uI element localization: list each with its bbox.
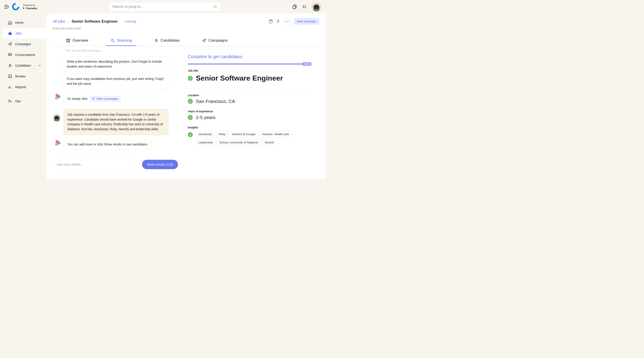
progress-bar: 100% — [188, 63, 311, 65]
sidebar-divider — [4, 94, 43, 94]
years-row: 2-5 years — [188, 115, 311, 120]
tag-chip[interactable]: Ruby — [216, 131, 228, 137]
location-label: Location — [188, 94, 311, 97]
location-row: San Francisco, CA — [188, 99, 311, 104]
detail-column: Complete to get candidates 100% Job titl… — [185, 46, 319, 175]
sidebar-item-conversations[interactable]: Conversations — [3, 50, 46, 60]
ai-avatar-icon — [54, 140, 61, 146]
svg-rect-7 — [8, 54, 12, 56]
topbar-right — [292, 2, 321, 12]
new-campaign-button[interactable]: New campaign — [294, 18, 319, 25]
user-avatar[interactable] — [312, 2, 321, 12]
tag-chip[interactable]: Leadership — [196, 139, 215, 146]
job-title-label: Job title — [188, 69, 311, 72]
chat-scroll: You can do this in 3 ways: Write a few s… — [53, 49, 178, 158]
slash-shortcut: / — [213, 5, 217, 9]
user-message-row: Job requires a candidate from San Franci… — [53, 107, 178, 137]
sidebar: Home Jobs Campaigns Conversations Candid… — [0, 14, 46, 179]
add-tag-button[interactable]: + Add tag — [124, 20, 136, 23]
job-title-row: Senior Software Engineer — [188, 74, 311, 82]
sidebar-item-campaigns[interactable]: Campaigns — [3, 39, 46, 49]
search-input[interactable]: Search or jump to... / — [109, 2, 221, 11]
show-results-button[interactable]: Show results (123) — [142, 160, 178, 169]
sidebar-item-jobs[interactable]: Jobs — [3, 28, 46, 39]
copy-icon[interactable] — [292, 5, 297, 9]
insights-label: Insights — [188, 126, 311, 129]
link-icon[interactable] — [276, 19, 280, 24]
tag-chip[interactable]: JavaScript — [196, 131, 214, 137]
search-icon — [111, 39, 115, 43]
divider — [188, 88, 311, 88]
tab-candidates[interactable]: Candidates — [150, 36, 184, 46]
sidebar-item-home[interactable]: Home — [3, 18, 46, 28]
svg-rect-6 — [10, 32, 11, 33]
person-icon — [154, 39, 158, 43]
ai-message-4: You can add more or click Show results t… — [64, 139, 151, 150]
check-icon — [188, 132, 193, 137]
clipboard-check-icon — [8, 74, 12, 78]
tag-chip[interactable]: Industry: Health care — [260, 131, 292, 137]
ai-message-1: Write a few sentences describing the pos… — [63, 56, 168, 72]
bar-chart-icon — [8, 85, 12, 89]
tag-chip[interactable]: Worked at Google — [230, 131, 258, 137]
years-value: 2-5 years — [196, 115, 216, 120]
home-icon — [8, 21, 12, 25]
svg-point-17 — [285, 21, 286, 22]
logo-icon[interactable] — [10, 2, 20, 12]
grid-icon — [66, 39, 70, 43]
breadcrumb-current: Senior Software Engineer — [72, 19, 118, 24]
topbar: Powered by Teamable Search or jump to...… — [0, 0, 326, 14]
search-wrap: Search or jump to... / — [37, 2, 292, 11]
main-panel: All jobs › Senior Software Engineer + Ad… — [46, 14, 326, 179]
tag-chip[interactable]: School: University of Alabama — [217, 139, 260, 146]
header-actions: New campaign — [269, 18, 319, 25]
svg-point-24 — [111, 39, 114, 41]
content-row: You can do this in 3 ways: Write a few s… — [53, 46, 319, 175]
svg-rect-21 — [69, 39, 70, 40]
filter-candidates-button[interactable]: Filter Candidates — [90, 96, 120, 102]
tabs: Overview Sourcing Candidates Campaigns — [53, 36, 319, 46]
collapse-sidebar-icon[interactable] — [4, 5, 9, 9]
send-icon — [202, 39, 206, 43]
sidebar-item-candidates[interactable]: Candidates — [3, 60, 46, 71]
svg-point-10 — [9, 100, 10, 101]
briefcase-icon — [8, 31, 12, 35]
insights-tags: JavaScript Ruby Worked at Google Industr… — [196, 131, 311, 146]
powered-by-block: Powered by Teamable — [22, 4, 37, 10]
tab-campaigns[interactable]: Campaigns — [198, 36, 232, 46]
chat-faded-text: You can do this in 3 ways: — [53, 49, 178, 55]
tab-sourcing[interactable]: Sourcing — [106, 36, 136, 46]
svg-point-16 — [278, 21, 279, 22]
teamable-icon — [22, 7, 25, 10]
years-label: Years of experience — [188, 110, 311, 113]
breadcrumb-root[interactable]: All jobs — [53, 19, 65, 24]
check-icon — [188, 99, 193, 104]
svg-point-25 — [156, 39, 157, 41]
people-gear-icon — [8, 99, 12, 103]
svg-rect-5 — [8, 33, 12, 35]
chevron-down-icon — [38, 64, 41, 67]
sidebar-item-review[interactable]: Review — [3, 71, 46, 82]
location-value: San Francisco, CA — [196, 99, 235, 104]
powered-by-label: Powered by — [23, 4, 37, 7]
ai-message-4-row: You can add more or click Show results t… — [53, 137, 178, 152]
sidebar-item-reports[interactable]: Reports — [3, 82, 46, 92]
job-notes-input[interactable]: Enter job notes here — [53, 27, 319, 30]
more-menu-button[interactable] — [284, 18, 290, 25]
chat-input[interactable]: Add more details... — [53, 160, 140, 169]
layout: Home Jobs Campaigns Conversations Candid… — [0, 14, 326, 179]
topbar-left: Powered by Teamable — [4, 3, 37, 10]
tab-overview[interactable]: Overview — [62, 36, 93, 46]
ai-message-3: Or simply click Filter Candidates — [64, 93, 124, 105]
check-icon — [188, 115, 193, 120]
tag-chip[interactable]: NextJS — [262, 139, 276, 146]
ai-message-2: If you want copy candidates from previou… — [63, 74, 168, 89]
breadcrumb-row: All jobs › Senior Software Engineer + Ad… — [53, 18, 319, 25]
chat-icon — [8, 53, 12, 57]
sidebar-item-ops[interactable]: Ops — [3, 96, 46, 106]
ai-avatar-icon — [54, 94, 61, 100]
exit-fullscreen-icon[interactable] — [302, 5, 306, 9]
chat-column: You can do this in 3 ways: Write a few s… — [53, 46, 178, 175]
archive-icon[interactable] — [269, 20, 273, 24]
complete-title: Complete to get candidates — [188, 54, 311, 59]
